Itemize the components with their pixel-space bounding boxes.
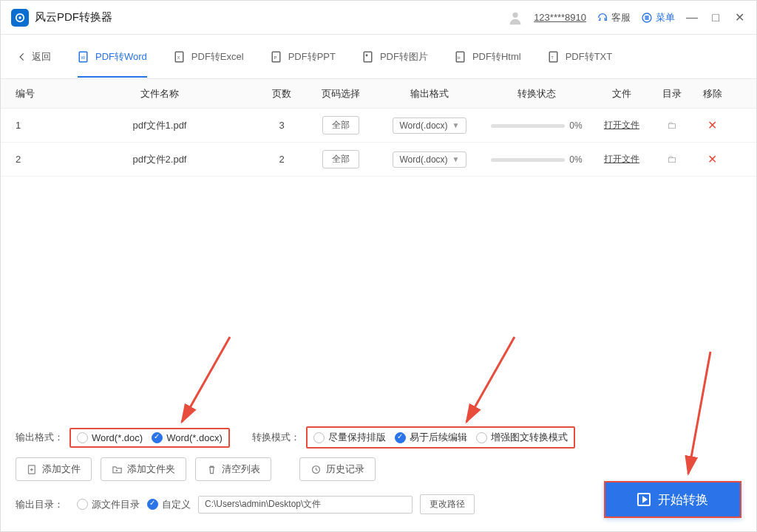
options-row: 输出格式： Word(*.doc) Word(*.docx) 转换模式： 尽量保… (1, 426, 756, 449)
path-input[interactable] (198, 496, 413, 514)
cell-name: pdf文件2.pdf (60, 153, 259, 166)
header-pagesel: 页码选择 (304, 87, 378, 100)
svg-line-19 (466, 337, 515, 422)
open-file-link[interactable]: 打开文件 (604, 120, 639, 130)
history-button[interactable]: 历史记录 (299, 457, 376, 481)
header-name: 文件名称 (60, 87, 259, 100)
cell-pages: 3 (259, 120, 304, 131)
output-format-group: Word(*.doc) Word(*.docx) (69, 428, 230, 448)
play-icon (637, 493, 651, 506)
svg-line-18 (182, 337, 230, 422)
output-dir-label: 输出目录： (16, 498, 64, 511)
format-select[interactable]: Word(.docx)▼ (393, 151, 466, 168)
avatar-icon (507, 10, 523, 26)
tab-pdf-to-word[interactable]: W PDF转Word (78, 37, 147, 77)
radio-source-dir[interactable]: 源文件目录 (77, 498, 140, 511)
remove-button[interactable]: ✕ (707, 153, 717, 166)
service-label: 客服 (611, 11, 631, 24)
page-select-button[interactable]: 全部 (322, 150, 359, 168)
progress-percent: 0% (569, 154, 582, 165)
svg-text:T: T (551, 55, 554, 60)
tab-pdf-to-ppt[interactable]: P PDF转PPT (271, 37, 336, 77)
header-pages: 页数 (259, 87, 304, 100)
cell-name: pdf文件1.pdf (60, 119, 259, 132)
header-id: 编号 (16, 87, 60, 100)
svg-point-2 (512, 12, 517, 17)
add-file-button[interactable]: 添加文件 (16, 457, 92, 481)
tab-pdf-to-image[interactable]: PDF转图片 (362, 37, 428, 77)
menu-button[interactable]: 菜单 (641, 11, 675, 24)
radio-docx[interactable]: Word(*.docx) (152, 432, 223, 443)
convert-mode-label: 转换模式： (252, 431, 300, 444)
svg-text:X: X (177, 55, 180, 60)
menu-label: 菜单 (656, 11, 675, 24)
svg-rect-10 (364, 52, 372, 62)
chevron-down-icon: ▼ (452, 155, 460, 163)
table-header: 编号 文件名称 页数 页码选择 输出格式 转换状态 文件 目录 移除 (1, 79, 756, 109)
maximize-button[interactable]: □ (709, 11, 722, 24)
back-button[interactable]: 返回 (17, 50, 51, 64)
radio-keep-layout[interactable]: 尽量保持排版 (313, 431, 386, 444)
chevron-down-icon: ▼ (452, 121, 460, 129)
radio-custom-dir[interactable]: 自定义 (147, 498, 191, 511)
svg-text:W: W (81, 55, 86, 60)
minimize-button[interactable]: — (685, 11, 699, 24)
tab-pdf-to-excel[interactable]: X PDF转Excel (174, 37, 244, 77)
svg-point-1 (18, 16, 21, 19)
customer-service[interactable]: 客服 (597, 11, 631, 24)
header-dir: 目录 (651, 87, 692, 100)
tab-bar: 返回 W PDF转Word X PDF转Excel P PDF转PPT PDF转… (1, 35, 756, 79)
progress-bar (491, 158, 565, 162)
folder-icon[interactable]: 🗀 (667, 154, 676, 165)
annotation-arrow-icon (455, 333, 529, 429)
add-folder-button[interactable]: 添加文件夹 (101, 457, 186, 481)
header-file: 文件 (592, 87, 651, 100)
header-format: 输出格式 (378, 87, 481, 100)
change-path-button[interactable]: 更改路径 (420, 494, 475, 514)
cell-id: 1 (16, 120, 60, 131)
action-row: 添加文件 添加文件夹 清空列表 历史记录 (1, 457, 756, 481)
open-file-link[interactable]: 打开文件 (604, 154, 639, 164)
header-remove: 移除 (692, 87, 733, 100)
cell-id: 2 (16, 154, 60, 165)
app-title: 风云PDF转换器 (35, 10, 112, 24)
svg-line-20 (688, 352, 710, 474)
format-select[interactable]: Word(.docx)▼ (393, 117, 466, 134)
user-id[interactable]: 123****8910 (534, 12, 586, 23)
radio-easy-edit[interactable]: 易于后续编辑 (395, 431, 467, 444)
titlebar: 风云PDF转换器 123****8910 客服 菜单 — □ ✕ (1, 1, 756, 35)
annotation-arrow-icon (171, 333, 245, 429)
page-select-button[interactable]: 全部 (322, 116, 359, 134)
table-row: 1 pdf文件1.pdf 3 全部 Word(.docx)▼ 0% 打开文件 🗀… (1, 109, 756, 143)
progress-percent: 0% (569, 120, 582, 131)
output-format-label: 输出格式： (16, 431, 64, 444)
back-label: 返回 (32, 50, 51, 64)
clear-list-button[interactable]: 清空列表 (195, 457, 271, 481)
app-logo (11, 9, 29, 27)
svg-text:P: P (274, 55, 276, 60)
tab-pdf-to-html[interactable]: H PDF转Html (455, 37, 521, 77)
start-convert-button[interactable]: 开始转换 (604, 481, 741, 518)
radio-enhanced[interactable]: 增强图文转换模式 (476, 431, 568, 444)
radio-doc[interactable]: Word(*.doc) (77, 432, 143, 443)
convert-mode-group: 尽量保持排版 易于后续编辑 增强图文转换模式 (306, 426, 575, 449)
table-row: 2 pdf文件2.pdf 2 全部 Word(.docx)▼ 0% 打开文件 🗀… (1, 143, 756, 177)
cell-pages: 2 (259, 154, 304, 165)
remove-button[interactable]: ✕ (707, 119, 717, 132)
tab-pdf-to-txt[interactable]: T PDF转TXT (548, 37, 613, 77)
folder-icon[interactable]: 🗀 (667, 120, 676, 131)
close-button[interactable]: ✕ (733, 11, 746, 24)
svg-point-11 (365, 54, 367, 56)
svg-text:H: H (458, 55, 461, 60)
progress-bar (491, 124, 565, 128)
header-status: 转换状态 (481, 87, 592, 100)
